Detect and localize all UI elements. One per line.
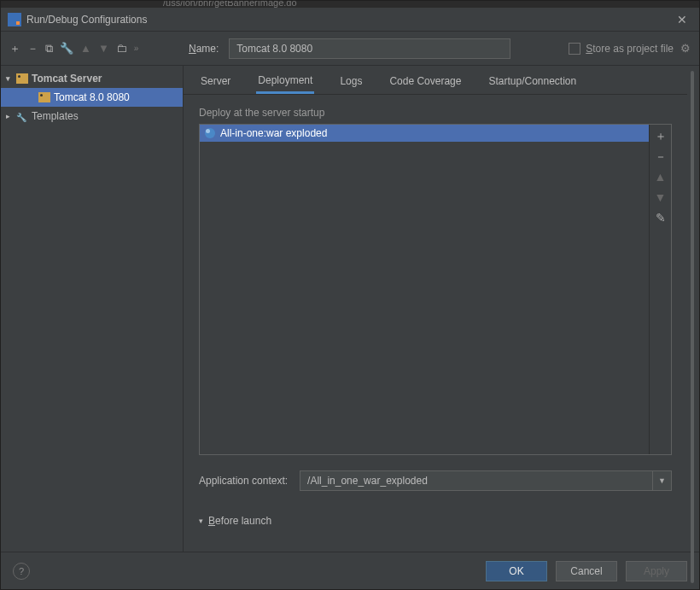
chevron-down-icon[interactable]: ▼ xyxy=(652,471,671,490)
tomcat-icon xyxy=(38,92,50,102)
deploy-section-label: Deploy at the server startup xyxy=(199,107,687,119)
move-down-artifact-icon[interactable]: ▼ xyxy=(655,191,667,203)
remove-artifact-icon[interactable]: － xyxy=(655,150,667,162)
deploy-toolbar: ＋ － ▲ ▼ ✎ xyxy=(649,125,671,454)
name-input[interactable] xyxy=(229,38,510,59)
tab-code-coverage[interactable]: Code Coverage xyxy=(388,75,463,94)
deploy-list-box: All-in-one:war exploded ＋ － ▲ ▼ ✎ xyxy=(199,124,672,455)
wrench-icon[interactable]: 🔧 xyxy=(60,42,73,55)
tab-server[interactable]: Server xyxy=(199,75,232,94)
folder-icon[interactable]: 🗀 xyxy=(116,42,127,55)
app-context-label: Application context: xyxy=(199,475,288,487)
copy-config-icon[interactable]: ⧉ xyxy=(45,42,53,55)
deploy-artifact-item[interactable]: All-in-one:war exploded xyxy=(200,125,649,142)
store-label: Store as project file xyxy=(586,43,674,55)
tree-tomcat-8080[interactable]: Tomcat 8.0 8080 xyxy=(1,88,183,107)
intellij-icon xyxy=(8,13,21,26)
close-icon[interactable]: ✕ xyxy=(672,13,692,26)
chevron-down-icon: ▾ xyxy=(199,517,203,525)
edit-artifact-icon[interactable]: ✎ xyxy=(656,212,666,224)
tree-tomcat-server[interactable]: ▾ Tomcat Server xyxy=(1,69,183,88)
tree-label: Templates xyxy=(32,110,79,122)
chevron-down-icon: ▾ xyxy=(6,74,16,83)
window-title: Run/Debug Configurations xyxy=(26,14,672,26)
tab-bar: Server Deployment Logs Code Coverage Sta… xyxy=(184,66,687,95)
expand-icon[interactable]: » xyxy=(134,44,137,53)
add-config-icon[interactable]: ＋ xyxy=(9,41,20,56)
dialog-footer: ? OK Cancel Apply xyxy=(1,552,699,589)
top-toolbar: ＋ － ⧉ 🔧 ▲ ▼ 🗀 » Name: Store as project f… xyxy=(1,32,699,66)
tab-startup-connection[interactable]: Startup/Connection xyxy=(487,75,578,94)
store-checkbox[interactable] xyxy=(569,43,580,55)
artifact-label: All-in-one:war exploded xyxy=(220,127,327,139)
move-up-icon[interactable]: ▲ xyxy=(80,42,91,55)
tree-label: Tomcat 8.0 8080 xyxy=(54,91,130,103)
scrollbar[interactable] xyxy=(691,71,694,583)
before-launch-section[interactable]: ▾ Before launch xyxy=(199,515,672,527)
tomcat-icon xyxy=(16,73,28,84)
move-up-artifact-icon[interactable]: ▲ xyxy=(655,171,667,183)
cancel-button[interactable]: Cancel xyxy=(556,561,617,581)
move-down-icon[interactable]: ▼ xyxy=(98,42,109,55)
help-icon[interactable]: ? xyxy=(13,563,30,580)
ok-button[interactable]: OK xyxy=(486,561,547,581)
gear-icon[interactable]: ⚙ xyxy=(680,42,691,55)
before-launch-label: Before launch xyxy=(208,515,271,527)
name-label: Name: xyxy=(189,43,219,55)
app-context-value: /All_in_one_war_exploded xyxy=(300,475,652,487)
tree-label: Tomcat Server xyxy=(32,73,102,85)
background-strip: /uss/ion/bnr/getBannerImage.do xyxy=(1,1,699,8)
remove-config-icon[interactable]: － xyxy=(27,41,38,56)
artifact-icon xyxy=(205,128,215,138)
add-artifact-icon[interactable]: ＋ xyxy=(655,130,667,142)
tree-templates[interactable]: ▸ Templates xyxy=(1,107,183,126)
chevron-right-icon: ▸ xyxy=(6,112,16,120)
tab-deployment[interactable]: Deployment xyxy=(256,74,314,94)
app-context-select[interactable]: /All_in_one_war_exploded ▼ xyxy=(300,470,672,491)
apply-button[interactable]: Apply xyxy=(626,561,687,581)
config-tree: ▾ Tomcat Server Tomcat 8.0 8080 ▸ Templa… xyxy=(1,66,184,552)
wrench-icon xyxy=(16,111,28,121)
titlebar: Run/Debug Configurations ✕ xyxy=(1,8,699,32)
tab-logs[interactable]: Logs xyxy=(338,75,364,94)
